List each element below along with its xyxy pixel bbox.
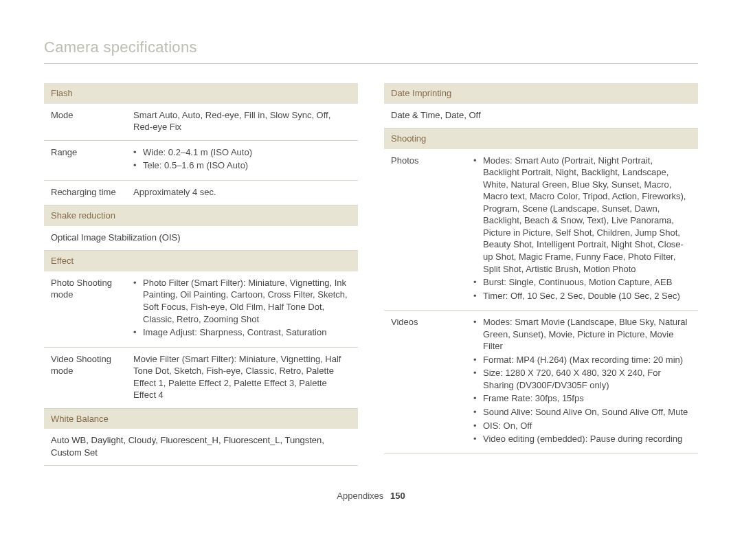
shooting-photos-label: Photos <box>384 149 466 311</box>
columns: Flash Mode Smart Auto, Auto, Red-eye, Fi… <box>44 83 698 466</box>
row-shake-value: Optical Image Stabilization (OIS) <box>44 226 358 251</box>
flash-mode-label: Mode <box>44 104 126 141</box>
footer: Appendixes 150 <box>44 491 698 501</box>
row-wb-value: Auto WB, Daylight, Cloudy, Fluorescent_H… <box>44 429 358 466</box>
shooting-photos-item: Burst: Single, Continuous, Motion Captur… <box>473 276 691 289</box>
date-value: Date & Time, Date, Off <box>384 104 698 128</box>
effect-photo-value: Photo Filter (Smart Filter): Miniature, … <box>126 271 358 347</box>
effect-photo-item: Image Adjust: Sharpness, Contrast, Satur… <box>133 326 351 339</box>
section-wb: White Balance <box>44 408 358 429</box>
flash-mode-value: Smart Auto, Auto, Red-eye, Fill in, Slow… <box>126 104 358 141</box>
flash-recharge-label: Recharging time <box>44 180 126 205</box>
page-title: Camera specifications <box>44 38 698 56</box>
right-column: Date Imprinting Date & Time, Date, Off S… <box>384 83 698 466</box>
section-flash-label: Flash <box>44 83 358 104</box>
row-shooting-photos: Photos Modes: Smart Auto (Portrait, Nigh… <box>384 149 698 311</box>
flash-range-item: Tele: 0.5–1.6 m (ISO Auto) <box>133 159 351 172</box>
row-effect-video: Video Shooting mode Movie Filter (Smart … <box>44 347 358 408</box>
shake-value: Optical Image Stabilization (OIS) <box>44 226 358 251</box>
shooting-photos-item: Modes: Smart Auto (Portrait, Night Portr… <box>473 155 691 275</box>
wb-value: Auto WB, Daylight, Cloudy, Fluorescent_H… <box>44 429 358 466</box>
effect-photo-item: Photo Filter (Smart Filter): Miniature, … <box>133 277 351 325</box>
section-shake-label: Shake reduction <box>44 205 358 226</box>
left-table: Flash Mode Smart Auto, Auto, Red-eye, Fi… <box>44 83 358 466</box>
footer-section: Appendixes <box>337 491 383 501</box>
effect-video-label: Video Shooting mode <box>44 347 126 408</box>
row-flash-recharge: Recharging time Approximately 4 sec. <box>44 180 358 205</box>
shooting-photos-value: Modes: Smart Auto (Portrait, Night Portr… <box>466 149 698 311</box>
section-shooting: Shooting <box>384 128 698 149</box>
shooting-photos-item: Timer: Off, 10 Sec, 2 Sec, Double (10 Se… <box>473 290 691 302</box>
left-column: Flash Mode Smart Auto, Auto, Red-eye, Fi… <box>44 83 358 466</box>
right-table: Date Imprinting Date & Time, Date, Off S… <box>384 83 698 454</box>
row-flash-mode: Mode Smart Auto, Auto, Red-eye, Fill in,… <box>44 104 358 141</box>
section-flash: Flash <box>44 83 358 104</box>
flash-range-value: Wide: 0.2–4.1 m (ISO Auto) Tele: 0.5–1.6… <box>126 140 358 180</box>
page: Camera specifications Flash Mode Smart A… <box>0 0 742 515</box>
row-date-value: Date & Time, Date, Off <box>384 104 698 128</box>
row-shooting-videos: Videos Modes: Smart Movie (Landscape, Bl… <box>384 311 698 453</box>
shooting-videos-item: Sound Alive: Sound Alive On, Sound Alive… <box>473 406 691 418</box>
section-effect-label: Effect <box>44 251 358 271</box>
shooting-videos-item: Frame Rate: 30fps, 15fps <box>473 392 691 405</box>
row-effect-photo: Photo Shooting mode Photo Filter (Smart … <box>44 271 358 347</box>
flash-range-label: Range <box>44 140 126 180</box>
flash-range-item: Wide: 0.2–4.1 m (ISO Auto) <box>133 146 351 159</box>
shooting-videos-label: Videos <box>384 311 466 453</box>
page-rule <box>44 63 698 64</box>
section-date-label: Date Imprinting <box>384 83 698 104</box>
shooting-videos-value: Modes: Smart Movie (Landscape, Blue Sky,… <box>466 311 698 453</box>
shooting-videos-item: Size: 1280 X 720, 640 X 480, 320 X 240, … <box>473 367 691 391</box>
effect-photo-label: Photo Shooting mode <box>44 271 126 347</box>
shooting-videos-item: Modes: Smart Movie (Landscape, Blue Sky,… <box>473 316 691 352</box>
section-effect: Effect <box>44 251 358 271</box>
shooting-videos-item: Format: MP4 (H.264) (Max recording time:… <box>473 354 691 366</box>
shooting-videos-item: Video editing (embedded): Pause during r… <box>473 433 691 445</box>
shooting-videos-item: OIS: On, Off <box>473 420 691 432</box>
row-flash-range: Range Wide: 0.2–4.1 m (ISO Auto) Tele: 0… <box>44 140 358 180</box>
section-date: Date Imprinting <box>384 83 698 104</box>
section-wb-label: White Balance <box>44 408 358 429</box>
flash-recharge-value: Approximately 4 sec. <box>126 180 358 205</box>
footer-page-number: 150 <box>390 491 405 501</box>
section-shooting-label: Shooting <box>384 128 698 149</box>
effect-video-value: Movie Filter (Smart Filter): Miniature, … <box>126 347 358 408</box>
section-shake: Shake reduction <box>44 205 358 226</box>
